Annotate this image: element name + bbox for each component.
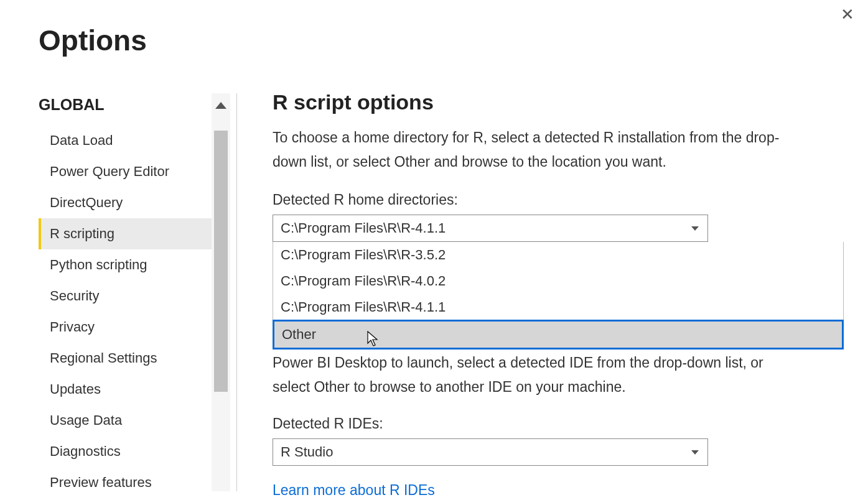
- ide-select[interactable]: R Studio: [273, 438, 708, 466]
- home-dir-option-other[interactable]: Other: [273, 320, 844, 350]
- ide-label: Detected R IDEs:: [273, 415, 845, 432]
- home-dir-option[interactable]: C:\Program Files\R\R-4.0.2: [273, 268, 843, 294]
- home-dir-select[interactable]: C:\Program Files\R\R-4.1.1: [273, 215, 708, 242]
- ide-selected-value: R Studio: [281, 444, 333, 460]
- close-icon: ✕: [841, 5, 854, 24]
- sidebar-item-data-load[interactable]: Data Load: [39, 125, 230, 156]
- chevron-down-icon: [691, 226, 699, 231]
- dialog-title: Options: [39, 24, 147, 57]
- content-heading: R script options: [273, 90, 845, 114]
- sidebar-item-updates[interactable]: Updates: [39, 374, 230, 405]
- home-dir-dropdown: C:\Program Files\R\R-3.5.2 C:\Program Fi…: [273, 242, 844, 350]
- sidebar-item-r-scripting[interactable]: R scripting: [39, 218, 230, 249]
- ide-description-line1: Power BI Desktop to launch, select a det…: [273, 351, 795, 375]
- home-dir-selected-value: C:\Program Files\R\R-4.1.1: [281, 220, 446, 236]
- close-button[interactable]: ✕: [841, 6, 854, 22]
- sidebar-item-diagnostics[interactable]: Diagnostics: [39, 436, 230, 467]
- sidebar-item-usage-data[interactable]: Usage Data: [39, 405, 230, 436]
- sidebar: GLOBAL Data Load Power Query Editor Dire…: [39, 93, 230, 491]
- home-dir-select-wrapper: C:\Program Files\R\R-4.1.1 C:\Program Fi…: [273, 215, 845, 242]
- sidebar-section-global: GLOBAL: [39, 93, 230, 125]
- sidebar-item-regional-settings[interactable]: Regional Settings: [39, 343, 230, 374]
- home-dir-option[interactable]: C:\Program Files\R\R-3.5.2: [273, 242, 843, 268]
- scroll-thumb[interactable]: [214, 131, 228, 392]
- sidebar-item-python-scripting[interactable]: Python scripting: [39, 249, 230, 280]
- sidebar-item-security[interactable]: Security: [39, 280, 230, 312]
- sidebar-item-directquery[interactable]: DirectQuery: [39, 187, 230, 218]
- content-description: To choose a home directory for R, select…: [273, 126, 795, 174]
- home-dir-option[interactable]: C:\Program Files\R\R-4.1.1: [273, 294, 843, 320]
- vertical-divider: [236, 93, 237, 491]
- home-dir-label: Detected R home directories:: [273, 192, 845, 208]
- sidebar-item-power-query-editor[interactable]: Power Query Editor: [39, 156, 230, 187]
- chevron-down-icon: [691, 450, 699, 455]
- learn-more-link[interactable]: Learn more about R IDEs: [273, 482, 435, 499]
- scroll-up-icon[interactable]: [215, 102, 226, 109]
- ide-description-line2: select Other to browse to another IDE on…: [273, 375, 795, 399]
- sidebar-item-privacy[interactable]: Privacy: [39, 312, 230, 343]
- content-panel: R script options To choose a home direct…: [273, 90, 845, 499]
- sidebar-scrollbar[interactable]: [212, 93, 230, 491]
- sidebar-item-preview-features[interactable]: Preview features: [39, 467, 230, 498]
